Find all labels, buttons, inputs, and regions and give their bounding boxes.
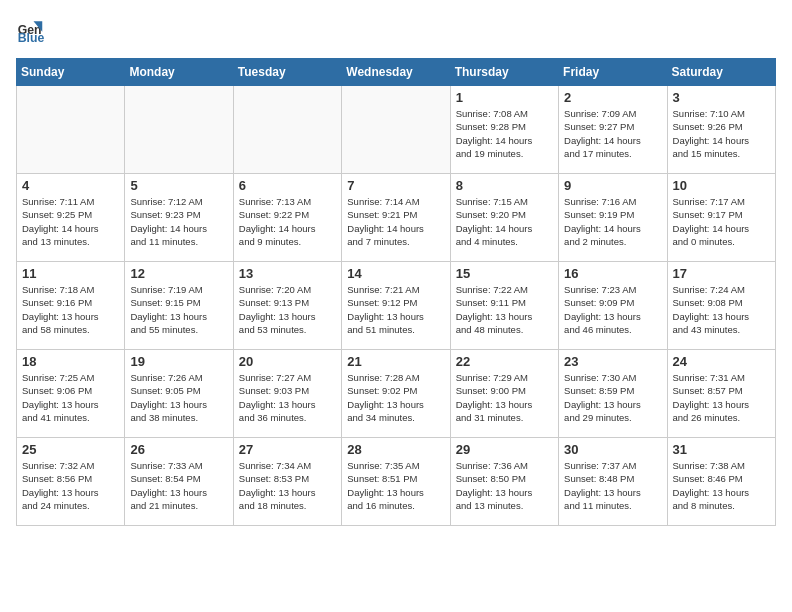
calendar-cell: 8Sunrise: 7:15 AM Sunset: 9:20 PM Daylig… bbox=[450, 174, 558, 262]
cell-info: Sunrise: 7:33 AM Sunset: 8:54 PM Dayligh… bbox=[130, 459, 227, 512]
day-number: 11 bbox=[22, 266, 119, 281]
cell-info: Sunrise: 7:28 AM Sunset: 9:02 PM Dayligh… bbox=[347, 371, 444, 424]
day-number: 30 bbox=[564, 442, 661, 457]
day-number: 19 bbox=[130, 354, 227, 369]
logo-icon: Gen Blue bbox=[16, 16, 44, 48]
cell-info: Sunrise: 7:19 AM Sunset: 9:15 PM Dayligh… bbox=[130, 283, 227, 336]
day-number: 26 bbox=[130, 442, 227, 457]
cell-info: Sunrise: 7:18 AM Sunset: 9:16 PM Dayligh… bbox=[22, 283, 119, 336]
header-wednesday: Wednesday bbox=[342, 59, 450, 86]
calendar-cell: 14Sunrise: 7:21 AM Sunset: 9:12 PM Dayli… bbox=[342, 262, 450, 350]
calendar-cell: 10Sunrise: 7:17 AM Sunset: 9:17 PM Dayli… bbox=[667, 174, 775, 262]
day-number: 21 bbox=[347, 354, 444, 369]
header-thursday: Thursday bbox=[450, 59, 558, 86]
week-row-2: 4Sunrise: 7:11 AM Sunset: 9:25 PM Daylig… bbox=[17, 174, 776, 262]
calendar-table: SundayMondayTuesdayWednesdayThursdayFrid… bbox=[16, 58, 776, 526]
cell-info: Sunrise: 7:32 AM Sunset: 8:56 PM Dayligh… bbox=[22, 459, 119, 512]
cell-info: Sunrise: 7:15 AM Sunset: 9:20 PM Dayligh… bbox=[456, 195, 553, 248]
week-row-3: 11Sunrise: 7:18 AM Sunset: 9:16 PM Dayli… bbox=[17, 262, 776, 350]
weekday-header-row: SundayMondayTuesdayWednesdayThursdayFrid… bbox=[17, 59, 776, 86]
header-sunday: Sunday bbox=[17, 59, 125, 86]
cell-info: Sunrise: 7:37 AM Sunset: 8:48 PM Dayligh… bbox=[564, 459, 661, 512]
cell-info: Sunrise: 7:22 AM Sunset: 9:11 PM Dayligh… bbox=[456, 283, 553, 336]
calendar-cell: 24Sunrise: 7:31 AM Sunset: 8:57 PM Dayli… bbox=[667, 350, 775, 438]
logo: Gen Blue bbox=[16, 16, 48, 48]
cell-info: Sunrise: 7:29 AM Sunset: 9:00 PM Dayligh… bbox=[456, 371, 553, 424]
calendar-cell: 23Sunrise: 7:30 AM Sunset: 8:59 PM Dayli… bbox=[559, 350, 667, 438]
cell-info: Sunrise: 7:25 AM Sunset: 9:06 PM Dayligh… bbox=[22, 371, 119, 424]
calendar-cell bbox=[233, 86, 341, 174]
day-number: 20 bbox=[239, 354, 336, 369]
day-number: 23 bbox=[564, 354, 661, 369]
calendar-cell: 31Sunrise: 7:38 AM Sunset: 8:46 PM Dayli… bbox=[667, 438, 775, 526]
calendar-cell bbox=[342, 86, 450, 174]
cell-info: Sunrise: 7:34 AM Sunset: 8:53 PM Dayligh… bbox=[239, 459, 336, 512]
calendar-cell: 28Sunrise: 7:35 AM Sunset: 8:51 PM Dayli… bbox=[342, 438, 450, 526]
calendar-cell: 20Sunrise: 7:27 AM Sunset: 9:03 PM Dayli… bbox=[233, 350, 341, 438]
cell-info: Sunrise: 7:38 AM Sunset: 8:46 PM Dayligh… bbox=[673, 459, 770, 512]
cell-info: Sunrise: 7:10 AM Sunset: 9:26 PM Dayligh… bbox=[673, 107, 770, 160]
cell-info: Sunrise: 7:21 AM Sunset: 9:12 PM Dayligh… bbox=[347, 283, 444, 336]
calendar-cell: 1Sunrise: 7:08 AM Sunset: 9:28 PM Daylig… bbox=[450, 86, 558, 174]
cell-info: Sunrise: 7:31 AM Sunset: 8:57 PM Dayligh… bbox=[673, 371, 770, 424]
cell-info: Sunrise: 7:36 AM Sunset: 8:50 PM Dayligh… bbox=[456, 459, 553, 512]
cell-info: Sunrise: 7:35 AM Sunset: 8:51 PM Dayligh… bbox=[347, 459, 444, 512]
cell-info: Sunrise: 7:20 AM Sunset: 9:13 PM Dayligh… bbox=[239, 283, 336, 336]
calendar-cell bbox=[17, 86, 125, 174]
day-number: 7 bbox=[347, 178, 444, 193]
day-number: 22 bbox=[456, 354, 553, 369]
day-number: 15 bbox=[456, 266, 553, 281]
day-number: 13 bbox=[239, 266, 336, 281]
calendar-cell: 7Sunrise: 7:14 AM Sunset: 9:21 PM Daylig… bbox=[342, 174, 450, 262]
cell-info: Sunrise: 7:08 AM Sunset: 9:28 PM Dayligh… bbox=[456, 107, 553, 160]
cell-info: Sunrise: 7:11 AM Sunset: 9:25 PM Dayligh… bbox=[22, 195, 119, 248]
day-number: 24 bbox=[673, 354, 770, 369]
calendar-cell: 30Sunrise: 7:37 AM Sunset: 8:48 PM Dayli… bbox=[559, 438, 667, 526]
day-number: 18 bbox=[22, 354, 119, 369]
calendar-cell: 9Sunrise: 7:16 AM Sunset: 9:19 PM Daylig… bbox=[559, 174, 667, 262]
calendar-cell: 18Sunrise: 7:25 AM Sunset: 9:06 PM Dayli… bbox=[17, 350, 125, 438]
calendar-cell: 22Sunrise: 7:29 AM Sunset: 9:00 PM Dayli… bbox=[450, 350, 558, 438]
day-number: 8 bbox=[456, 178, 553, 193]
calendar-cell: 5Sunrise: 7:12 AM Sunset: 9:23 PM Daylig… bbox=[125, 174, 233, 262]
day-number: 16 bbox=[564, 266, 661, 281]
header-tuesday: Tuesday bbox=[233, 59, 341, 86]
day-number: 6 bbox=[239, 178, 336, 193]
week-row-1: 1Sunrise: 7:08 AM Sunset: 9:28 PM Daylig… bbox=[17, 86, 776, 174]
day-number: 27 bbox=[239, 442, 336, 457]
header-friday: Friday bbox=[559, 59, 667, 86]
calendar-cell: 25Sunrise: 7:32 AM Sunset: 8:56 PM Dayli… bbox=[17, 438, 125, 526]
day-number: 9 bbox=[564, 178, 661, 193]
header-saturday: Saturday bbox=[667, 59, 775, 86]
cell-info: Sunrise: 7:12 AM Sunset: 9:23 PM Dayligh… bbox=[130, 195, 227, 248]
cell-info: Sunrise: 7:26 AM Sunset: 9:05 PM Dayligh… bbox=[130, 371, 227, 424]
cell-info: Sunrise: 7:30 AM Sunset: 8:59 PM Dayligh… bbox=[564, 371, 661, 424]
svg-text:Blue: Blue bbox=[18, 31, 44, 44]
day-number: 10 bbox=[673, 178, 770, 193]
calendar-cell: 17Sunrise: 7:24 AM Sunset: 9:08 PM Dayli… bbox=[667, 262, 775, 350]
week-row-4: 18Sunrise: 7:25 AM Sunset: 9:06 PM Dayli… bbox=[17, 350, 776, 438]
calendar-cell: 4Sunrise: 7:11 AM Sunset: 9:25 PM Daylig… bbox=[17, 174, 125, 262]
day-number: 1 bbox=[456, 90, 553, 105]
cell-info: Sunrise: 7:24 AM Sunset: 9:08 PM Dayligh… bbox=[673, 283, 770, 336]
day-number: 3 bbox=[673, 90, 770, 105]
day-number: 5 bbox=[130, 178, 227, 193]
cell-info: Sunrise: 7:23 AM Sunset: 9:09 PM Dayligh… bbox=[564, 283, 661, 336]
day-number: 2 bbox=[564, 90, 661, 105]
calendar-cell: 27Sunrise: 7:34 AM Sunset: 8:53 PM Dayli… bbox=[233, 438, 341, 526]
day-number: 25 bbox=[22, 442, 119, 457]
calendar-cell: 16Sunrise: 7:23 AM Sunset: 9:09 PM Dayli… bbox=[559, 262, 667, 350]
day-number: 4 bbox=[22, 178, 119, 193]
day-number: 17 bbox=[673, 266, 770, 281]
header-monday: Monday bbox=[125, 59, 233, 86]
calendar-cell: 29Sunrise: 7:36 AM Sunset: 8:50 PM Dayli… bbox=[450, 438, 558, 526]
week-row-5: 25Sunrise: 7:32 AM Sunset: 8:56 PM Dayli… bbox=[17, 438, 776, 526]
cell-info: Sunrise: 7:13 AM Sunset: 9:22 PM Dayligh… bbox=[239, 195, 336, 248]
cell-info: Sunrise: 7:16 AM Sunset: 9:19 PM Dayligh… bbox=[564, 195, 661, 248]
header: Gen Blue bbox=[16, 16, 776, 48]
calendar-cell: 21Sunrise: 7:28 AM Sunset: 9:02 PM Dayli… bbox=[342, 350, 450, 438]
calendar-cell: 13Sunrise: 7:20 AM Sunset: 9:13 PM Dayli… bbox=[233, 262, 341, 350]
calendar-cell: 6Sunrise: 7:13 AM Sunset: 9:22 PM Daylig… bbox=[233, 174, 341, 262]
day-number: 31 bbox=[673, 442, 770, 457]
calendar-cell: 19Sunrise: 7:26 AM Sunset: 9:05 PM Dayli… bbox=[125, 350, 233, 438]
